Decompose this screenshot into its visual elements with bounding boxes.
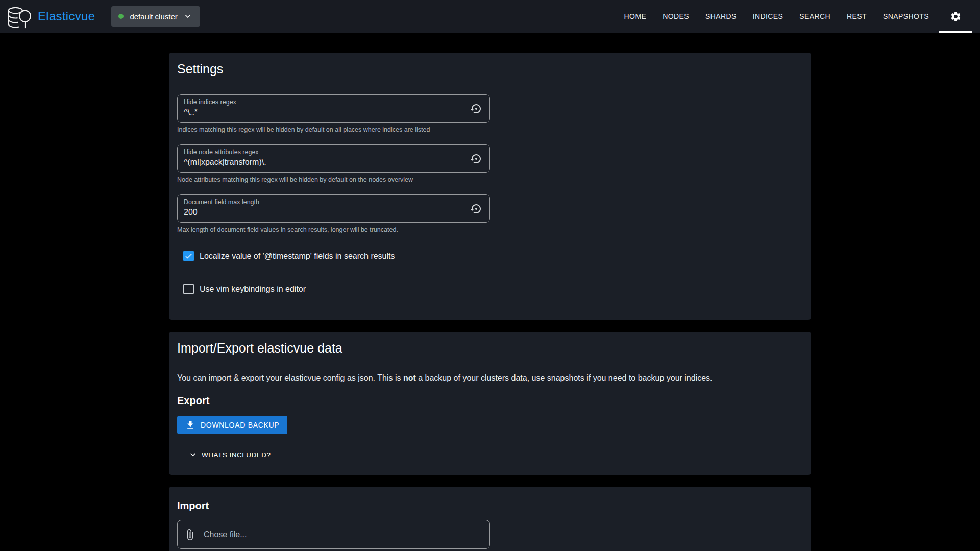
import-export-description: You can import & export your elasticvue … [177, 373, 803, 383]
input-label: Hide node attributes regex [184, 148, 463, 156]
checkbox-label: Use vim keybindings in editor [200, 285, 306, 294]
file-input-placeholder: Chose file... [204, 530, 247, 539]
hide-node-attributes-regex-input[interactable]: Hide node attributes regex ^(ml|xpack|tr… [177, 144, 490, 173]
nav-tabs: HOME NODES SHARDS INDICES SEARCH REST SN… [616, 0, 974, 33]
restore-icon [470, 153, 482, 165]
input-value: ^\..* [184, 108, 198, 116]
download-icon [185, 420, 195, 430]
active-tab-indicator [939, 31, 972, 33]
import-export-card: Import/Export elasticvue data You can im… [169, 332, 811, 475]
input-label: Hide indices regex [184, 98, 463, 106]
checkbox-label: Localize value of '@timestamp' fields in… [200, 252, 395, 261]
chevron-down-icon [188, 449, 198, 460]
brand-title: Elasticvue [38, 9, 95, 23]
hide-node-attributes-regex-field: Hide node attributes regex ^(ml|xpack|tr… [177, 144, 490, 183]
nav-tab-snapshots[interactable]: SNAPSHOTS [875, 0, 937, 33]
cluster-selector-label: default cluster [130, 12, 177, 21]
document-field-max-length-input[interactable]: Document field max length 200 [177, 194, 490, 223]
input-label: Document field max length [184, 198, 463, 206]
nav-tab-rest[interactable]: REST [839, 0, 875, 33]
settings-card-title: Settings [169, 53, 811, 86]
cluster-selector-button[interactable]: default cluster [111, 6, 200, 27]
nav-tab-home[interactable]: HOME [616, 0, 655, 33]
import-heading: Import [177, 500, 803, 512]
whats-included-label: WHATS INCLUDED? [202, 451, 271, 459]
hide-indices-regex-input[interactable]: Hide indices regex ^\..* [177, 94, 490, 123]
gear-icon [950, 11, 962, 22]
nav-tab-shards[interactable]: SHARDS [697, 0, 745, 33]
input-value: 200 [184, 208, 198, 216]
restore-icon [470, 203, 482, 215]
top-navbar: Elasticvue default cluster HOME NODES SH… [0, 0, 980, 33]
check-icon [184, 252, 193, 260]
nav-tab-settings[interactable] [937, 0, 974, 33]
nav-tab-nodes[interactable]: NODES [654, 0, 697, 33]
paperclip-icon [184, 529, 196, 541]
input-hint: Max length of document field values in s… [177, 226, 490, 233]
import-export-card-title: Import/Export elasticvue data [169, 332, 811, 365]
reset-setting-button[interactable] [470, 103, 482, 115]
restore-icon [470, 103, 482, 115]
page-body: Settings Hide indices regex ^\..* Indice… [0, 33, 980, 551]
export-heading: Export [177, 395, 803, 407]
localize-timestamp-checkbox[interactable]: Localize value of '@timestamp' fields in… [183, 251, 395, 261]
nav-tab-indices[interactable]: INDICES [745, 0, 792, 33]
reset-setting-button[interactable] [470, 203, 482, 215]
input-hint: Indices matching this regex will be hidd… [177, 126, 490, 133]
import-file-input[interactable]: Chose file... [177, 520, 490, 549]
input-hint: Node attributes matching this regex will… [177, 176, 490, 183]
input-value: ^(ml|xpack|transform)\. [184, 158, 266, 166]
import-card: Import Chose file... [169, 487, 811, 551]
cluster-status-dot [118, 14, 124, 19]
settings-card: Settings Hide indices regex ^\..* Indice… [169, 53, 811, 320]
nav-tab-search[interactable]: SEARCH [791, 0, 839, 33]
elasticvue-home-link[interactable]: Elasticvue [6, 4, 95, 29]
hide-indices-regex-field: Hide indices regex ^\..* Indices matchin… [177, 94, 490, 133]
elasticvue-logo-icon [6, 6, 32, 29]
checkbox-box [183, 251, 194, 261]
chevron-down-icon [183, 11, 193, 21]
reset-setting-button[interactable] [470, 153, 482, 165]
vim-keybindings-checkbox[interactable]: Use vim keybindings in editor [183, 284, 306, 294]
download-backup-button[interactable]: DOWNLOAD BACKUP [177, 416, 287, 434]
document-field-max-length-field: Document field max length 200 Max length… [177, 194, 490, 233]
checkbox-box [183, 284, 194, 294]
whats-included-expander[interactable]: WHATS INCLUDED? [188, 449, 271, 463]
